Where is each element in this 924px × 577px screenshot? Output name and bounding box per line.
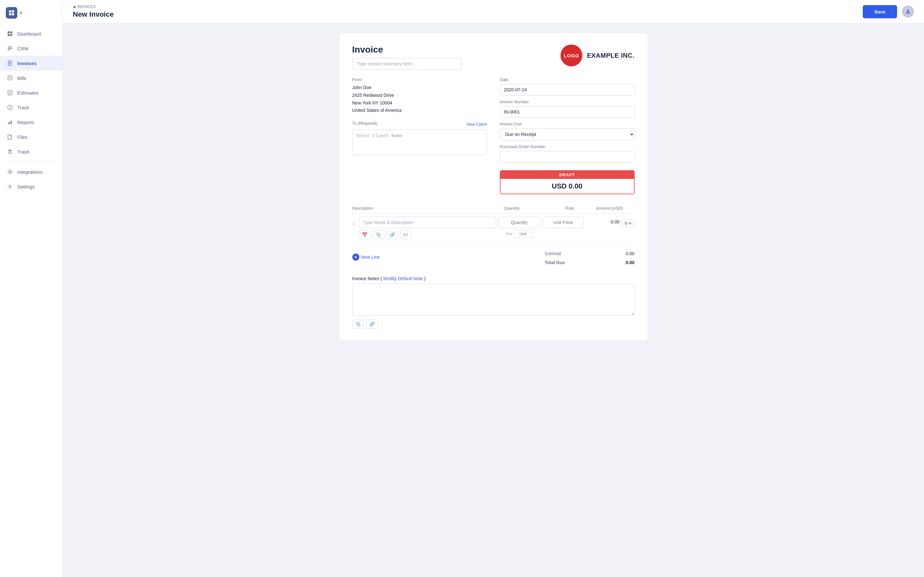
draft-total-box: DRAFT USD 0.00	[500, 170, 635, 194]
sidebar-logo[interactable]: ▾	[0, 0, 62, 24]
link-action-btn[interactable]: 🔗	[386, 230, 398, 239]
company-name: EXAMPLE INC.	[587, 52, 634, 59]
tag-action-btn[interactable]: 🏷	[400, 230, 411, 239]
sidebar-item-invoices[interactable]: Invoices	[0, 56, 62, 71]
new-client-link[interactable]: New Client	[467, 122, 487, 127]
sidebar-item-dashboard[interactable]: Dashboard	[0, 26, 62, 41]
unit-input[interactable]	[513, 230, 533, 238]
invoice-due-label: Invoice Due	[500, 121, 635, 126]
invoice-summary-input[interactable]	[352, 58, 461, 69]
main-area: ◀ INVOICES New Invoice Save Invoice LOGO	[63, 0, 924, 577]
po-number-input[interactable]	[500, 151, 635, 163]
gear-settings-button[interactable]: ⚙ ▾	[622, 219, 635, 227]
modify-default-note-link[interactable]: Modify Default Note	[383, 276, 423, 281]
total-due-value: 0.00	[626, 260, 634, 265]
breadcrumb-text: INVOICES	[78, 5, 95, 9]
content-area: Invoice LOGO EXAMPLE INC. From John Doe …	[63, 23, 924, 577]
save-button[interactable]: Save	[863, 5, 897, 18]
bottom-row: + New Line Subtotal 0.00 Total Due 0.00	[352, 249, 635, 267]
line-rate-input[interactable]	[543, 217, 584, 228]
per-label: Per	[506, 232, 512, 236]
svg-rect-25	[11, 121, 12, 124]
sidebar-item-label: CRM	[17, 46, 28, 51]
per-unit-row: Per	[506, 230, 533, 238]
col-rate-header: Rate	[533, 206, 574, 211]
files-icon	[6, 133, 13, 140]
line-qty-col: Per	[499, 217, 540, 238]
new-line-button[interactable]: + New Line	[352, 253, 380, 261]
svg-rect-23	[8, 123, 9, 124]
sidebar-item-label: Track	[17, 105, 29, 110]
svg-rect-8	[8, 47, 12, 47]
notes-paren-open: (	[381, 276, 382, 281]
to-section: To (Required) New Client	[352, 121, 487, 156]
notes-attach-btn[interactable]: 📎	[352, 319, 364, 329]
topbar-right: Save	[863, 5, 914, 18]
page-title: New Invoice	[73, 10, 113, 19]
sidebar-item-estimates[interactable]: Estimates	[0, 85, 62, 100]
invoice-notes-section: Invoice Notes ( Modify Default Note ) 📎 …	[352, 276, 635, 329]
notes-label-text: Invoice Notes	[352, 276, 380, 281]
avatar[interactable]	[902, 6, 914, 17]
topbar-left: ◀ INVOICES New Invoice	[73, 5, 113, 19]
invoice-number-input[interactable]	[500, 106, 635, 118]
svg-rect-12	[9, 62, 11, 62]
notes-textarea[interactable]	[352, 284, 635, 316]
sidebar-item-label: Invoices	[17, 61, 37, 66]
invoice-left-header: Invoice	[352, 45, 461, 69]
svg-rect-1	[12, 10, 14, 13]
sidebar-item-track[interactable]: Track	[0, 100, 62, 115]
sidebar-item-reports[interactable]: Reports	[0, 115, 62, 129]
estimates-icon	[6, 89, 13, 96]
svg-rect-24	[9, 121, 10, 124]
sidebar-item-files[interactable]: Files	[0, 129, 62, 144]
sidebar-item-label: Reports	[17, 119, 34, 125]
breadcrumb: ◀ INVOICES	[73, 5, 113, 9]
svg-rect-10	[8, 50, 11, 50]
sidebar-item-label: Settings	[17, 184, 35, 189]
sidebar-item-label: Estimates	[17, 90, 39, 95]
breadcrumb-arrow-icon: ◀	[73, 5, 75, 9]
sidebar-item-label: Dashboard	[17, 31, 41, 37]
invoices-icon	[6, 60, 13, 67]
col-description-header: Description	[352, 206, 491, 211]
total-due-row: Total Due 0.00	[545, 258, 635, 267]
line-rate-col	[543, 217, 584, 228]
svg-point-29	[9, 186, 11, 187]
sidebar-item-settings[interactable]: Settings	[0, 179, 62, 194]
drag-handle-icon[interactable]: ⠿	[352, 217, 356, 227]
line-quantity-input[interactable]	[499, 217, 540, 228]
from-col: From John Doe 2425 Redwood Drive New Yor…	[352, 77, 487, 156]
trash-icon	[6, 148, 13, 155]
invoice-due-select[interactable]: Due on Receipt Net 15 Net 30 Net 60 Cust…	[500, 128, 635, 140]
svg-rect-3	[12, 13, 14, 15]
svg-rect-14	[9, 64, 10, 64]
client-name-input[interactable]	[352, 129, 487, 155]
sidebar-item-integrations[interactable]: Integrations	[0, 164, 62, 179]
invoice-number-label: Invoice Number	[500, 99, 635, 104]
invoice-form: Invoice LOGO EXAMPLE INC. From John Doe …	[339, 33, 648, 340]
form-fields-row: From John Doe 2425 Redwood Drive New Yor…	[352, 77, 635, 194]
date-invoice-col: Date Invoice Number Invoice Due Due on R…	[500, 77, 635, 194]
totals-table: Subtotal 0.00 Total Due 0.00	[545, 249, 635, 267]
sidebar-item-bills[interactable]: Bills	[0, 71, 62, 85]
svg-rect-4	[8, 31, 10, 33]
from-address: John Doe 2425 Redwood Drive New York NY …	[352, 84, 487, 114]
line-amount-col: 0.00 ⚙ ▾	[586, 217, 634, 227]
date-input[interactable]	[500, 84, 635, 95]
line-description-input[interactable]	[359, 217, 496, 228]
topbar: ◀ INVOICES New Invoice Save	[63, 0, 924, 23]
sidebar-item-label: Bills	[17, 75, 26, 81]
app-logo-icon	[6, 7, 17, 19]
attach-action-btn[interactable]: 📎	[373, 230, 384, 239]
subtotal-row: Subtotal 0.00	[545, 249, 635, 258]
svg-point-27	[9, 171, 11, 172]
sidebar-item-trash[interactable]: Trash	[0, 144, 62, 159]
calendar-action-btn[interactable]: 📅	[359, 230, 371, 239]
line-amount-value: 0.00	[611, 219, 620, 224]
notes-link-btn[interactable]: 🔗	[366, 319, 378, 329]
sidebar-item-crm[interactable]: CRM	[0, 41, 62, 56]
sidebar-divider	[5, 161, 57, 162]
settings-icon	[6, 183, 13, 190]
invoice-title: Invoice	[352, 45, 461, 55]
